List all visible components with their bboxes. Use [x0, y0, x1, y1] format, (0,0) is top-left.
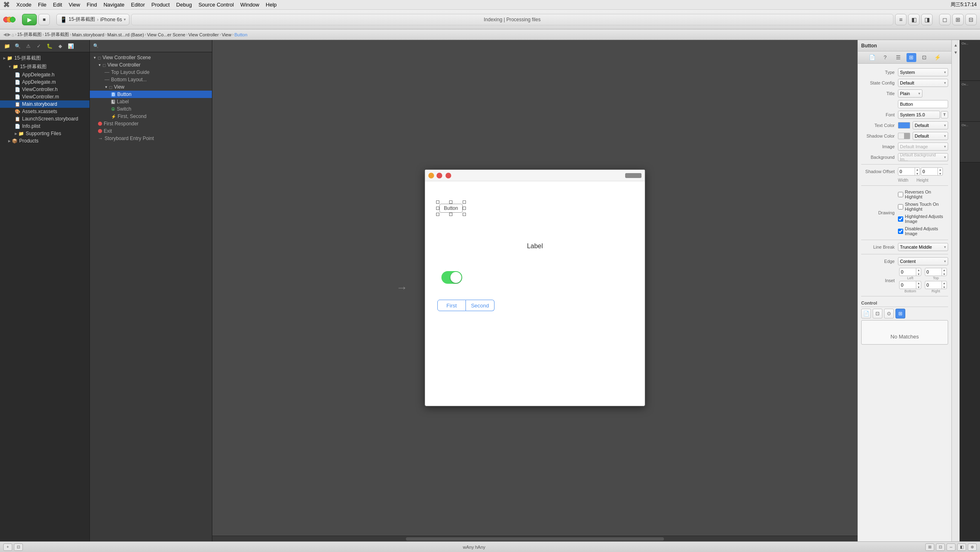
- shadow-color-select[interactable]: Default ▾: [913, 132, 948, 140]
- scene-item-button[interactable]: B Button: [90, 91, 212, 98]
- text-color-swatch[interactable]: [898, 122, 910, 129]
- warning-icon[interactable]: ⚠: [24, 42, 33, 51]
- text-color-select[interactable]: Default ▾: [913, 121, 948, 129]
- sidebar-group-main[interactable]: ▼ 📁 15-拼幕截图: [0, 62, 89, 71]
- view-btn-3[interactable]: ↔: [947, 543, 956, 551]
- menu-navigate[interactable]: Navigate: [103, 2, 124, 8]
- inset-left-field[interactable]: ▲ ▼: [899, 268, 921, 276]
- seg-second[interactable]: Second: [466, 300, 494, 311]
- sidebar-item-products[interactable]: ▶ 📦 Products: [0, 137, 89, 145]
- sidebar-item-viewcontroller-h[interactable]: 📄 ViewController.h: [0, 86, 89, 93]
- canvas-scroll[interactable]: →: [212, 40, 858, 536]
- inset-right-input[interactable]: [925, 283, 942, 287]
- menu-source-control[interactable]: Source Control: [198, 2, 234, 8]
- report-icon[interactable]: 📊: [66, 42, 75, 51]
- size-inspector-btn[interactable]: ⊡: [920, 53, 929, 62]
- menu-help[interactable]: Help: [266, 2, 277, 8]
- thumb-item-1[interactable]: Ov...: [960, 40, 980, 81]
- debug-nav-icon[interactable]: 🐛: [45, 42, 54, 51]
- menu-editor[interactable]: Editor: [131, 2, 145, 8]
- sidebar-item-launch-storyboard[interactable]: 📋 LaunchScreen.storyboard: [0, 115, 89, 122]
- scene-item-view[interactable]: ▼ ◻ View: [90, 83, 212, 91]
- title-type-select[interactable]: Plain ▾: [898, 89, 922, 98]
- inset-top-field[interactable]: ▲ ▼: [925, 268, 947, 276]
- scene-item-vc-scene[interactable]: ▼ ◻ View Controller Scene: [90, 54, 212, 61]
- ios-segmented-control[interactable]: First Second: [437, 300, 494, 311]
- inset-bottom-stepper[interactable]: ▲ ▼: [916, 281, 921, 289]
- version-editor[interactable]: ⊟: [965, 14, 977, 25]
- scene-item-bottom-layout[interactable]: — Bottom Layout...: [90, 76, 212, 83]
- breadcrumb-project[interactable]: 15-拼幕截图: [17, 31, 42, 38]
- mini-down-btn[interactable]: ▼: [953, 49, 959, 56]
- inset-right-stepper[interactable]: ▲ ▼: [942, 281, 947, 289]
- menu-window[interactable]: Window: [241, 2, 259, 8]
- menu-file[interactable]: File: [38, 2, 47, 8]
- sidebar-item-info-plist[interactable]: 📄 Info.plist: [0, 122, 89, 130]
- shadow-width-input[interactable]: [898, 169, 915, 174]
- inset-bottom-input[interactable]: [900, 283, 916, 287]
- sidebar-item-appdelegate-h[interactable]: 📄 AppDelegate.h: [0, 71, 89, 78]
- font-select[interactable]: System 15.0: [898, 111, 940, 119]
- image-select[interactable]: Default Image ▾: [898, 142, 948, 151]
- shadow-color-swatch[interactable]: [898, 133, 910, 139]
- menu-find[interactable]: Find: [87, 2, 97, 8]
- ios-switch-container[interactable]: [441, 271, 462, 284]
- sidebar-item-supporting-files[interactable]: ▶ 📁 Supporting Files: [0, 130, 89, 137]
- scene-item-segmented[interactable]: ⚡ First, Second: [90, 113, 212, 120]
- search-nav-icon[interactable]: 🔍: [13, 42, 22, 51]
- menu-debug[interactable]: Debug: [176, 2, 192, 8]
- shadow-height-up[interactable]: ▲: [938, 167, 942, 171]
- debug-toggle[interactable]: ◧: [908, 14, 920, 25]
- reverses-checkbox[interactable]: [898, 192, 903, 197]
- scene-item-entry-point[interactable]: → Storyboard Entry Point: [90, 135, 212, 142]
- inset-top-input[interactable]: [925, 269, 942, 274]
- scene-item-top-layout[interactable]: — Top Layout Guide: [90, 69, 212, 76]
- standard-editor[interactable]: ◻: [939, 14, 951, 25]
- mini-up-btn[interactable]: ▲: [953, 42, 959, 48]
- inset-left-stepper[interactable]: ▲ ▼: [916, 268, 921, 276]
- add-object-btn[interactable]: +: [3, 543, 12, 551]
- shadow-width-up[interactable]: ▲: [915, 167, 920, 171]
- line-break-select[interactable]: Truncate Middle ▾: [898, 243, 948, 251]
- breakpoint-icon[interactable]: ◆: [56, 42, 65, 51]
- identity-inspector-btn[interactable]: ☰: [893, 53, 903, 62]
- control-icon-3[interactable]: ⊙: [884, 309, 894, 318]
- zoom-in-btn[interactable]: ⊕: [968, 543, 977, 551]
- control-icon-1[interactable]: 📄: [861, 309, 871, 318]
- stop-button[interactable]: ■: [38, 14, 50, 25]
- seg-first[interactable]: First: [437, 300, 466, 311]
- menu-product[interactable]: Product: [151, 2, 170, 8]
- sidebar-item-main-storyboard[interactable]: 📋 Main.storyboard: [0, 100, 89, 108]
- folder-icon[interactable]: 📁: [2, 42, 11, 51]
- inset-top-stepper[interactable]: ▲ ▼: [942, 268, 947, 276]
- edge-select[interactable]: Content ▾: [898, 257, 948, 265]
- zoom-btn[interactable]: ⊡: [14, 543, 23, 551]
- scheme-selector[interactable]: 📱 15-拼幕截图 › iPhone 6s ▾: [56, 14, 129, 25]
- quick-help-btn[interactable]: ?: [880, 53, 890, 62]
- sidebar-item-assets[interactable]: 🎨 Assets.xcassets: [0, 108, 89, 115]
- control-icon-2[interactable]: ⊡: [873, 309, 882, 318]
- shadow-width-stepper[interactable]: ▲ ▼: [915, 167, 920, 176]
- inset-left-input[interactable]: [900, 269, 916, 274]
- menu-xcode[interactable]: Xcode: [16, 2, 31, 8]
- breadcrumb-vc[interactable]: View Controller: [188, 32, 218, 37]
- attributes-inspector-btn[interactable]: ⊞: [906, 53, 916, 62]
- thumb-item-3[interactable]: Ov...: [960, 122, 980, 162]
- shadow-height-stepper[interactable]: ▲ ▼: [938, 167, 942, 176]
- shadow-height-down[interactable]: ▼: [938, 171, 942, 176]
- breadcrumb-view[interactable]: View: [222, 32, 232, 37]
- state-select[interactable]: Default ▾: [898, 79, 948, 87]
- ios-button[interactable]: Button: [439, 204, 463, 213]
- font-edit-btn[interactable]: T: [941, 111, 948, 118]
- control-icon-4[interactable]: ⊞: [895, 309, 905, 318]
- navigator-toggle[interactable]: ≡: [895, 14, 906, 25]
- breadcrumb-storyboard[interactable]: Main.storyboard: [72, 32, 105, 37]
- apple-menu[interactable]: ⌘: [3, 1, 10, 9]
- breadcrumb-project2[interactable]: 15-拼幕截图: [45, 31, 69, 38]
- scene-item-label[interactable]: L Label: [90, 98, 212, 105]
- thumb-item-2[interactable]: Ov...: [960, 81, 980, 122]
- sidebar-item-project[interactable]: ▶ 📁 15-拼幕截图: [0, 54, 89, 62]
- shadow-width-down[interactable]: ▼: [915, 171, 920, 176]
- breadcrumb-base[interactable]: Main.st...rd (Base): [107, 32, 144, 37]
- sidebar-item-viewcontroller-m[interactable]: 📄 ViewController.m: [0, 93, 89, 100]
